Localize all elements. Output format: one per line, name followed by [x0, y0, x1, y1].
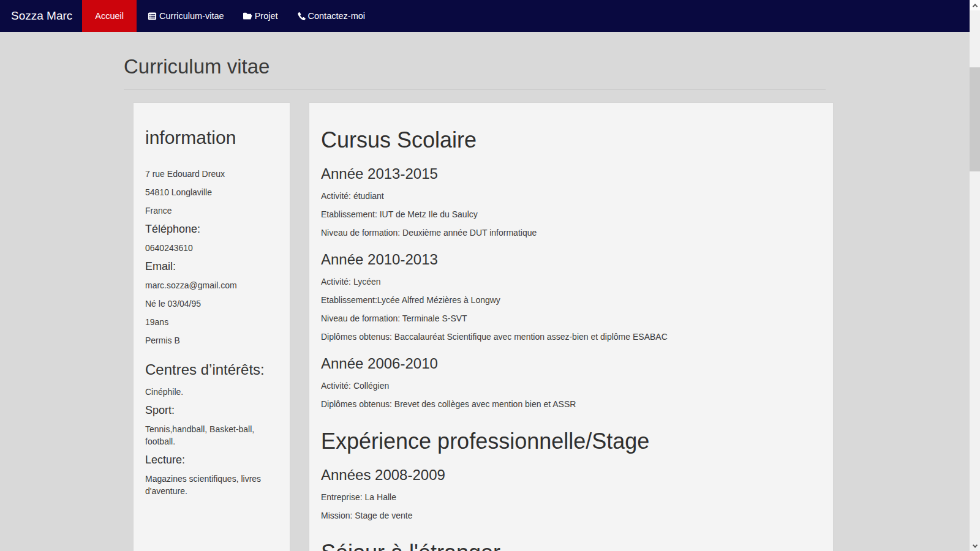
chevron-down-icon — [972, 542, 977, 547]
folder-open-icon — [243, 12, 252, 20]
address-line: France — [145, 204, 278, 217]
chevron-up-icon — [972, 4, 977, 9]
sport-value: Tennis,handball, Basket-ball, football. — [145, 423, 278, 448]
section-title-cursus-scolaire: Cursus Scolaire — [321, 127, 821, 153]
age-line: 19ans — [145, 316, 278, 328]
sport-label: Sport: — [145, 404, 278, 417]
interests-heading: Centres d’intérêts: — [145, 361, 278, 378]
page-header: Curriculum vitae — [0, 32, 980, 90]
navbar: Sozza Marc Accueil Curriculum-vitae — [0, 0, 980, 32]
nav-item-label: Contactez-moi — [308, 11, 365, 21]
entry-line: Activité: Lycéen — [321, 276, 821, 288]
phone-icon — [296, 12, 306, 21]
entry-line: Diplômes obtenus: Brevet des collèges av… — [321, 398, 821, 410]
permit-line: Permis B — [145, 334, 278, 347]
section-title-experience: Expérience professionnelle/Stage — [321, 429, 821, 454]
entry-line: Activité: Collégien — [321, 380, 821, 392]
nav-item-label: Curriculum-vitae — [159, 11, 224, 21]
scroll-up-button[interactable] — [970, 0, 980, 10]
cv-card: Cursus Scolaire Année 2013-2015 Activité… — [309, 102, 834, 551]
section-title-sejour: Séjour à l'étranger — [321, 540, 821, 551]
entry-line: Etablissement:Lycée Alfred Mézières à Lo… — [321, 294, 821, 306]
nav-items: Accueil Curriculum-vitae — [82, 0, 374, 32]
lecture-label: Lecture: — [145, 454, 278, 467]
nav-item-curriculum-vitae[interactable]: Curriculum-vitae — [138, 0, 233, 32]
info-card: information 7 rue Edouard Dreux 54810 Lo… — [133, 102, 290, 551]
address-line: 7 rue Edouard Dreux — [145, 168, 278, 180]
interests-intro: Cinéphile. — [145, 386, 278, 398]
nav-item-accueil[interactable]: Accueil — [82, 0, 137, 32]
entry-line: Activité: étudiant — [321, 190, 821, 202]
entry-title: Année 2006-2010 — [321, 355, 821, 372]
email-label: Email: — [145, 260, 278, 273]
entry-line: Niveau de formation: Terminale S-SVT — [321, 312, 821, 324]
entry-line: Entreprise: La Halle — [321, 491, 821, 503]
info-heading: information — [145, 127, 278, 148]
entry-line: Diplômes obtenus: Baccalauréat Scientifi… — [321, 331, 821, 343]
nav-item-label: Projet — [255, 11, 278, 21]
page-title: Curriculum vitae — [124, 55, 826, 90]
nav-item-contactez-moi[interactable]: Contactez-moi — [287, 0, 374, 32]
entry-title: Année 2010-2013 — [321, 251, 821, 268]
entry-line: Niveau de formation: Deuxième année DUT … — [321, 227, 821, 239]
phone-label: Téléphone: — [145, 223, 278, 236]
entry-line: Etablissement: IUT de Metz Ile du Saulcy — [321, 208, 821, 220]
lecture-value: Magazines scientifiques, livres d'aventu… — [145, 473, 278, 497]
entry-title: Année 2013-2015 — [321, 165, 821, 182]
address-line: 54810 Longlaville — [145, 186, 278, 198]
phone-value: 0640243610 — [145, 242, 278, 254]
nav-item-projet[interactable]: Projet — [233, 0, 287, 32]
email-value: marc.sozza@gmail.com — [145, 279, 278, 291]
scrollbar[interactable] — [970, 0, 980, 551]
nav-item-label: Accueil — [95, 11, 124, 21]
entry-title: Années 2008-2009 — [321, 467, 821, 484]
birth-line: Né le 03/04/95 — [145, 298, 278, 310]
entry-line: Mission: Stage de vente — [321, 509, 821, 522]
scrollbar-thumb[interactable] — [970, 67, 980, 171]
scroll-down-button[interactable] — [970, 541, 980, 551]
list-alt-icon — [148, 12, 157, 21]
brand[interactable]: Sozza Marc — [11, 0, 72, 32]
content-columns: information 7 rue Edouard Dreux 54810 Lo… — [133, 102, 980, 551]
